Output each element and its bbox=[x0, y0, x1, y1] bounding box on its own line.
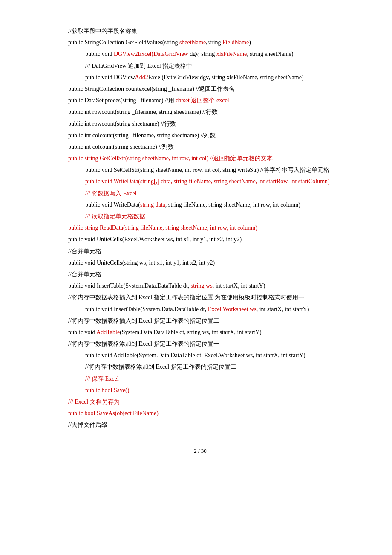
code-line: public int rowcount(string sheetname) //… bbox=[43, 119, 358, 129]
code-line: //获取字段中的字段名称集 bbox=[43, 26, 358, 36]
code-line: public StringCollection countexcel(strin… bbox=[43, 84, 358, 94]
page-number: 2 / 30 bbox=[194, 448, 207, 454]
code-line: public void UniteCells(string ws, int x1… bbox=[43, 257, 358, 268]
code-line: public void AddTable(System.Data.DataTab… bbox=[43, 327, 358, 338]
code-line: public bool Save() bbox=[43, 385, 358, 396]
code-line: public string ReadData(string fileName, … bbox=[43, 223, 358, 233]
code-line: public int rowcount(string _filename, st… bbox=[43, 107, 358, 117]
code-line: //将内存中数据表格插入到 Excel 指定工作表的指定位置二 bbox=[43, 315, 358, 326]
code-line: //将内存中数据表格添加到 Excel 指定工作表的指定位置一 bbox=[43, 338, 358, 349]
code-line: /// DataGridView 追加到 Excel 指定表格中 bbox=[43, 61, 358, 71]
code-line: public bool SaveAs(object FileName) bbox=[43, 408, 358, 419]
code-line: public void InsertTable(System.Data.Data… bbox=[43, 280, 358, 291]
code-line: /// 将数据写入 Excel bbox=[43, 188, 358, 199]
code-line: public void UniteCells(Excel.Worksheet w… bbox=[43, 234, 358, 245]
code-line: /// Excel 文档另存为 bbox=[43, 396, 358, 407]
code-line: public string GetCellStr(string sheetNam… bbox=[43, 153, 358, 164]
code-line: public DataSet proces(string _filename) … bbox=[43, 95, 358, 106]
code-line: //合并单元格 bbox=[43, 269, 358, 280]
page-footer: 2 / 30 bbox=[43, 448, 358, 454]
code-line: public void WriteData(string[,] data, st… bbox=[43, 176, 358, 187]
code-line: /// 读取指定单元格数据 bbox=[43, 211, 358, 222]
code-line: public void DGView2Excel(DataGridView dg… bbox=[43, 49, 358, 59]
code-line: /// 保存 Excel bbox=[43, 373, 358, 384]
code-line: //去掉文件后缀 bbox=[43, 419, 358, 430]
code-line: public void InsertTable(System.Data.Data… bbox=[43, 304, 358, 315]
code-line: //将内存中数据表格添加到 Excel 指定工作表的指定位置二 bbox=[43, 361, 358, 372]
code-line: public StringCollection GetFieldValues(s… bbox=[43, 37, 358, 48]
code-line: public void DGViewAdd2Excel(DataGridView… bbox=[43, 72, 358, 83]
main-content: //获取字段中的字段名称集public StringCollection Get… bbox=[43, 26, 358, 431]
code-line: public void SetCellStr(string sheetName,… bbox=[43, 165, 358, 175]
code-line: //合并单元格 bbox=[43, 246, 358, 257]
code-line: public void AddTable(System.Data.DataTab… bbox=[43, 350, 358, 361]
code-line: public int colcount(string _filename, st… bbox=[43, 130, 358, 141]
code-line: public int colcount(string sheetname) //… bbox=[43, 142, 358, 152]
code-line: public void WriteData(string data, strin… bbox=[43, 199, 358, 210]
code-line: //将内存中数据表格插入到 Excel 指定工作表的指定位置 为在使用模板时控制… bbox=[43, 292, 358, 303]
